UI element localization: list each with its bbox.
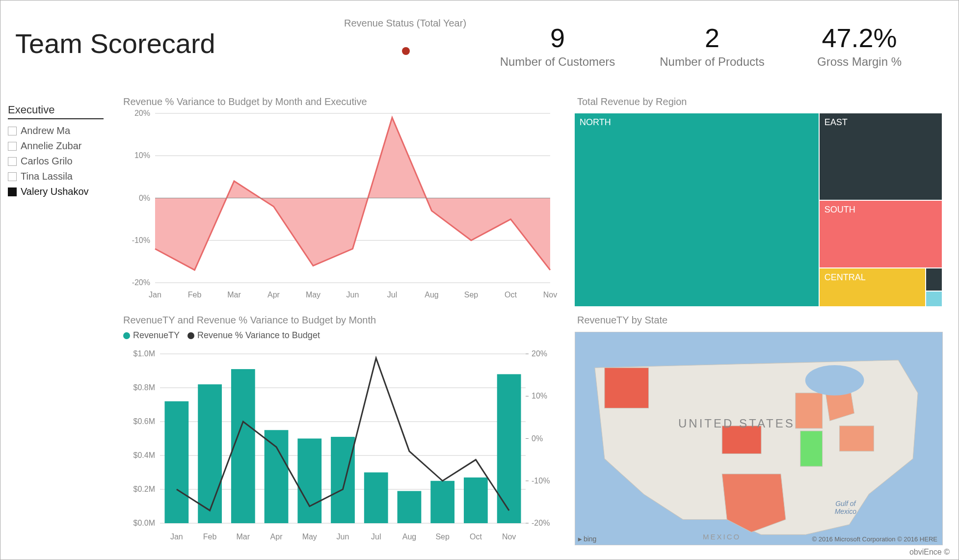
region-treemap[interactable]: NORTHEASTSOUTHCENTRAL — [575, 96, 943, 307]
revenue-status-label: Revenue Status (Total Year) — [344, 18, 466, 29]
treemap-cell-other[interactable] — [926, 268, 942, 291]
svg-text:-20%: -20% — [532, 519, 550, 527]
kpi-products-label: Number of Products — [648, 55, 776, 69]
svg-text:Mar: Mar — [237, 533, 250, 541]
slicer-item-label: Valery Ushakov — [21, 186, 89, 197]
slicer-item-carlos-grilo[interactable]: Carlos Grilo — [8, 154, 104, 169]
executive-slicer[interactable]: Executive Andrew MaAnnelie ZubarCarlos G… — [8, 104, 104, 199]
svg-text:-10%: -10% — [132, 236, 150, 244]
svg-text:Aug: Aug — [425, 291, 438, 299]
svg-rect-70 — [800, 431, 823, 466]
kpi-gross-margin-label: Gross Margin % — [786, 55, 933, 69]
svg-text:0%: 0% — [532, 434, 543, 443]
svg-text:0%: 0% — [139, 194, 150, 202]
treemap-cell-east[interactable]: EAST — [820, 113, 942, 200]
svg-text:$0.6M: $0.6M — [133, 417, 155, 426]
kpi-customers-value: 9 — [494, 23, 621, 53]
slicer-item-label: Tina Lassila — [21, 171, 73, 182]
svg-text:May: May — [302, 533, 317, 541]
footer-copyright: obviEnce © — [909, 548, 950, 557]
svg-rect-60 — [331, 437, 355, 523]
svg-rect-63 — [430, 481, 454, 523]
map-country-label: UNITED STATES — [678, 417, 795, 430]
svg-text:Jul: Jul — [371, 533, 381, 541]
svg-text:May: May — [306, 291, 320, 299]
svg-rect-55 — [164, 401, 188, 523]
kpi-gross-margin-value: 47.2% — [786, 23, 933, 53]
slicer-item-andrew-ma[interactable]: Andrew Ma — [8, 123, 104, 138]
svg-rect-67 — [605, 368, 649, 408]
slicer-item-annelie-zubar[interactable]: Annelie Zubar — [8, 138, 104, 154]
kpi-products: 2 Number of Products — [648, 23, 776, 69]
svg-rect-61 — [364, 473, 388, 524]
svg-text:Jun: Jun — [346, 291, 359, 299]
svg-text:$1.0M: $1.0M — [133, 349, 155, 358]
svg-rect-65 — [497, 374, 521, 523]
svg-text:Nov: Nov — [543, 291, 557, 299]
variance-area-chart[interactable]: -20%-10%0%10%20%JanFebMarAprMayJunJulAug… — [121, 96, 560, 302]
svg-text:Apr: Apr — [267, 291, 280, 299]
checkbox-icon — [8, 172, 17, 181]
svg-text:Nov: Nov — [502, 533, 516, 541]
svg-rect-57 — [231, 369, 255, 523]
svg-text:-10%: -10% — [532, 477, 550, 485]
kpi-gross-margin: 47.2% Gross Margin % — [786, 23, 933, 69]
svg-text:Jun: Jun — [337, 533, 349, 541]
slicer-item-tina-lassila[interactable]: Tina Lassila — [8, 169, 104, 184]
svg-rect-64 — [464, 478, 488, 523]
kpi-customers-label: Number of Customers — [494, 55, 621, 69]
svg-text:10%: 10% — [532, 392, 547, 400]
map-gulf-label: Gulf ofMexico — [835, 500, 856, 515]
svg-point-72 — [805, 365, 864, 396]
svg-text:-20%: -20% — [132, 278, 150, 287]
svg-text:Jan: Jan — [149, 291, 161, 299]
svg-text:Feb: Feb — [203, 533, 217, 541]
checkbox-icon — [8, 157, 17, 166]
treemap-cell-other[interactable] — [926, 292, 942, 306]
slicer-item-label: Carlos Grilo — [21, 156, 73, 167]
svg-rect-59 — [297, 439, 321, 524]
svg-text:Jan: Jan — [170, 533, 183, 541]
svg-rect-69 — [796, 393, 823, 428]
treemap-cell-south[interactable]: SOUTH — [820, 201, 942, 267]
svg-text:Feb: Feb — [188, 291, 202, 299]
svg-rect-62 — [398, 491, 422, 523]
revenue-status-indicator — [402, 47, 410, 55]
svg-rect-56 — [198, 384, 222, 523]
svg-text:Sep: Sep — [464, 291, 479, 299]
svg-text:Oct: Oct — [505, 291, 517, 299]
state-map-chart[interactable]: UNITED STATES Gulf ofMexico MEXICO ▸ bin… — [575, 315, 943, 545]
svg-rect-71 — [840, 426, 874, 452]
checkbox-icon — [8, 142, 17, 151]
svg-text:Sep: Sep — [435, 533, 450, 541]
checkbox-icon — [8, 127, 17, 135]
svg-text:20%: 20% — [532, 349, 547, 358]
slicer-item-label: Annelie Zubar — [21, 140, 82, 152]
svg-text:10%: 10% — [134, 151, 150, 160]
svg-rect-58 — [265, 430, 289, 523]
svg-text:Apr: Apr — [270, 533, 283, 541]
svg-text:$0.0M: $0.0M — [133, 519, 155, 527]
checkbox-icon — [8, 187, 17, 196]
slicer-item-label: Andrew Ma — [21, 125, 70, 136]
map-mexico-label: MEXICO — [703, 533, 741, 541]
svg-text:20%: 20% — [134, 109, 150, 117]
svg-text:Aug: Aug — [402, 533, 416, 541]
svg-text:$0.4M: $0.4M — [133, 451, 155, 459]
svg-text:Oct: Oct — [470, 533, 482, 541]
kpi-products-value: 2 — [648, 23, 776, 53]
svg-text:Mar: Mar — [227, 291, 241, 299]
svg-text:Jul: Jul — [387, 291, 397, 299]
bing-logo: ▸ bing — [578, 535, 596, 543]
slicer-item-valery-ushakov[interactable]: Valery Ushakov — [8, 184, 104, 199]
svg-text:$0.8M: $0.8M — [133, 383, 155, 392]
map-copyright: © 2016 Microsoft Corporation © 2016 HERE — [812, 535, 937, 543]
kpi-customers: 9 Number of Customers — [494, 23, 621, 69]
combo-chart[interactable]: $0.0M$0.2M$0.4M$0.6M$0.8M$1.0M-20%-10%0%… — [121, 315, 560, 545]
executive-slicer-title: Executive — [8, 104, 104, 119]
treemap-cell-north[interactable]: NORTH — [575, 113, 819, 306]
treemap-cell-central[interactable]: CENTRAL — [820, 268, 926, 306]
svg-text:$0.2M: $0.2M — [133, 485, 155, 493]
page-title: Team Scorecard — [15, 27, 215, 59]
